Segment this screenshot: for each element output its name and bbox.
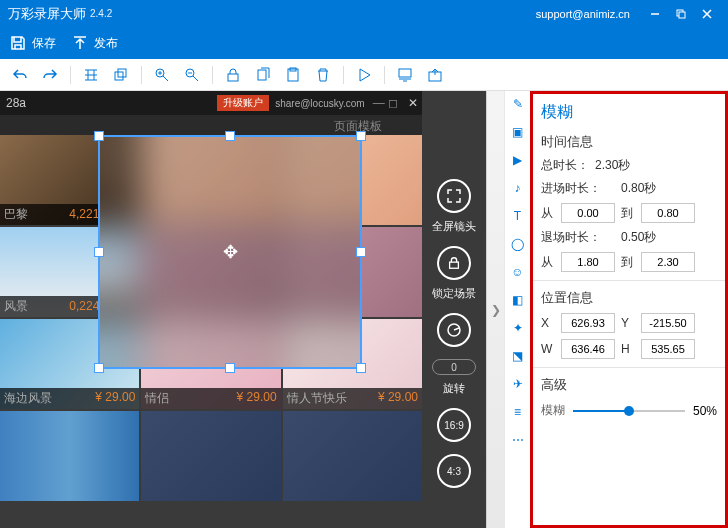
layers-button[interactable] bbox=[107, 63, 135, 87]
embedded-titlebar: 28a 升级账户 share@locusky.com — ◻ ✕ bbox=[0, 91, 422, 115]
gallery-item[interactable] bbox=[283, 411, 422, 501]
blur-slider-label: 模糊 bbox=[541, 402, 565, 419]
lock-scene-button[interactable] bbox=[437, 246, 471, 280]
audio-icon[interactable]: ♪ bbox=[509, 179, 527, 197]
expand-panel-button[interactable]: ❯ bbox=[486, 91, 504, 528]
chart-icon[interactable]: ⬔ bbox=[509, 347, 527, 365]
settings-button[interactable] bbox=[391, 63, 419, 87]
resize-handle[interactable] bbox=[225, 363, 235, 373]
x-label: X bbox=[541, 316, 555, 330]
ratio-16-9-button[interactable]: 16:9 bbox=[437, 408, 471, 442]
svg-rect-10 bbox=[399, 69, 411, 77]
enter-from-input[interactable] bbox=[561, 203, 615, 223]
y-label: Y bbox=[621, 316, 635, 330]
fx-icon[interactable]: ✦ bbox=[509, 319, 527, 337]
from-label: 从 bbox=[541, 254, 555, 271]
video-icon[interactable]: ▶ bbox=[509, 151, 527, 169]
selection-box[interactable]: ✥ bbox=[98, 135, 362, 369]
callout-icon[interactable]: ◧ bbox=[509, 291, 527, 309]
blur-percent: 50% bbox=[693, 404, 717, 418]
image-icon[interactable]: ▣ bbox=[509, 123, 527, 141]
svg-rect-7 bbox=[258, 70, 266, 80]
close-button[interactable] bbox=[694, 4, 720, 24]
gallery-item[interactable] bbox=[0, 411, 139, 501]
toolbar bbox=[0, 59, 728, 91]
enter-to-input[interactable] bbox=[641, 203, 695, 223]
to-label: 到 bbox=[621, 254, 635, 271]
upgrade-badge[interactable]: 升级账户 bbox=[217, 95, 269, 111]
resize-handle[interactable] bbox=[94, 363, 104, 373]
w-label: W bbox=[541, 342, 555, 356]
enter-duration-label: 进场时长： bbox=[541, 180, 601, 197]
position-section-label: 位置信息 bbox=[541, 289, 717, 307]
gallery-item[interactable] bbox=[141, 411, 280, 501]
minimize-button[interactable] bbox=[642, 4, 668, 24]
text-icon[interactable]: T bbox=[509, 207, 527, 225]
svg-rect-2 bbox=[115, 72, 123, 80]
save-button[interactable]: 保存 bbox=[10, 35, 56, 52]
resize-handle[interactable] bbox=[94, 247, 104, 257]
support-link[interactable]: support@animiz.cn bbox=[536, 8, 630, 20]
delete-button[interactable] bbox=[309, 63, 337, 87]
resize-handle[interactable] bbox=[356, 363, 366, 373]
resize-handle[interactable] bbox=[225, 131, 235, 141]
properties-panel: 模糊 时间信息 总时长：2.30秒 进场时长：0.80秒 从 到 退场时长：0.… bbox=[530, 91, 728, 528]
advanced-section-label: 高级 bbox=[541, 376, 717, 394]
rotate-value[interactable]: 0 bbox=[432, 359, 476, 375]
embedded-close-icon[interactable]: ✕ bbox=[404, 96, 422, 110]
resize-handle[interactable] bbox=[356, 247, 366, 257]
brush-icon[interactable]: ✎ bbox=[509, 95, 527, 113]
publish-button[interactable]: 发布 bbox=[72, 35, 118, 52]
exit-duration-value: 0.50秒 bbox=[621, 229, 656, 246]
x-input[interactable] bbox=[561, 313, 615, 333]
app-title: 万彩录屏大师 bbox=[8, 5, 86, 23]
exit-duration-label: 退场时长： bbox=[541, 229, 601, 246]
titlebar: 万彩录屏大师 2.4.2 support@animiz.cn bbox=[0, 0, 728, 27]
rotate-button[interactable] bbox=[437, 313, 471, 347]
formula-icon[interactable]: ≡ bbox=[509, 403, 527, 421]
ratio-4-3-button[interactable]: 4:3 bbox=[437, 454, 471, 488]
export-button[interactable] bbox=[421, 63, 449, 87]
plane-icon[interactable]: ✈ bbox=[509, 375, 527, 393]
h-label: H bbox=[621, 342, 635, 356]
resize-handle[interactable] bbox=[94, 131, 104, 141]
undo-button[interactable] bbox=[6, 63, 34, 87]
svg-rect-3 bbox=[118, 69, 126, 77]
actionbar: 保存 发布 bbox=[0, 27, 728, 59]
play-button[interactable] bbox=[350, 63, 378, 87]
from-label: 从 bbox=[541, 205, 555, 222]
fullscreen-lens-button[interactable] bbox=[437, 179, 471, 213]
save-label: 保存 bbox=[32, 35, 56, 52]
copy-button[interactable] bbox=[249, 63, 277, 87]
more-icon[interactable]: ⋯ bbox=[509, 431, 527, 449]
character-icon[interactable]: ☺ bbox=[509, 263, 527, 281]
paste-button[interactable] bbox=[279, 63, 307, 87]
zoom-out-button[interactable] bbox=[178, 63, 206, 87]
lock-scene-label: 锁定场景 bbox=[432, 286, 476, 301]
zoom-in-button[interactable] bbox=[148, 63, 176, 87]
w-input[interactable] bbox=[561, 339, 615, 359]
enter-duration-value: 0.80秒 bbox=[621, 180, 656, 197]
resize-handle[interactable] bbox=[356, 131, 366, 141]
maximize-button[interactable] bbox=[668, 4, 694, 24]
y-input[interactable] bbox=[641, 313, 695, 333]
redo-button[interactable] bbox=[36, 63, 64, 87]
canvas-area[interactable]: 28a 升级账户 share@locusky.com — ◻ ✕ 页面模板 巴黎… bbox=[0, 91, 422, 528]
shape-icon[interactable]: ◯ bbox=[509, 235, 527, 253]
to-label: 到 bbox=[621, 205, 635, 222]
time-section-label: 时间信息 bbox=[541, 133, 717, 151]
panel-title: 模糊 bbox=[541, 102, 717, 123]
publish-label: 发布 bbox=[94, 35, 118, 52]
exit-from-input[interactable] bbox=[561, 252, 615, 272]
h-input[interactable] bbox=[641, 339, 695, 359]
slider-knob[interactable] bbox=[624, 406, 634, 416]
svg-rect-12 bbox=[450, 262, 459, 268]
align-button[interactable] bbox=[77, 63, 105, 87]
exit-to-input[interactable] bbox=[641, 252, 695, 272]
blur-slider[interactable] bbox=[573, 404, 685, 418]
svg-rect-1 bbox=[679, 12, 685, 18]
canvas-side-tools: 全屏镜头 锁定场景 0 旋转 16:9 4:3 bbox=[422, 91, 486, 528]
lock-button[interactable] bbox=[219, 63, 247, 87]
move-icon[interactable]: ✥ bbox=[223, 241, 238, 263]
total-duration-value: 2.30秒 bbox=[595, 157, 630, 174]
